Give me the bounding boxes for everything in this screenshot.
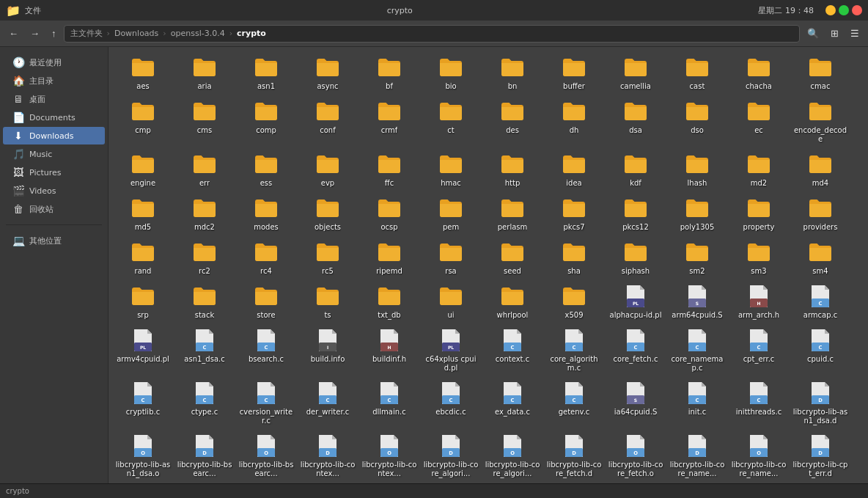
- sidebar-item-recent[interactable]: 🕐 最近使用: [3, 54, 105, 71]
- file-item[interactable]: O libcrypto-lib-asn1_dsa.o: [113, 430, 173, 481]
- file-item[interactable]: C core_namemap.c: [667, 324, 727, 376]
- forward-button[interactable]: →: [26, 26, 44, 41]
- file-item[interactable]: PL armv4cpuid.pl: [113, 324, 173, 376]
- sidebar-item-videos[interactable]: 🎬 Videos: [3, 182, 105, 199]
- file-item[interactable]: pkcs7: [544, 192, 604, 235]
- menu-button[interactable]: ☰: [846, 26, 864, 41]
- file-item[interactable]: stack: [174, 280, 235, 323]
- file-item[interactable]: rc4: [236, 236, 296, 279]
- file-item[interactable]: ui: [421, 280, 481, 323]
- file-item[interactable]: sm3: [729, 236, 789, 279]
- view-button[interactable]: ⊞: [826, 26, 843, 41]
- file-item[interactable]: C core_fetch.c: [606, 324, 666, 376]
- file-item[interactable]: rand: [113, 236, 173, 279]
- file-item[interactable]: ess: [236, 148, 296, 191]
- file-item[interactable]: C asn1_dsa.c: [174, 324, 235, 376]
- file-item[interactable]: whrlpool: [482, 280, 542, 323]
- file-item[interactable]: bn: [482, 51, 542, 94]
- file-item[interactable]: objects: [298, 192, 358, 235]
- file-item[interactable]: srp: [113, 280, 173, 323]
- file-item[interactable]: bf: [359, 51, 419, 94]
- file-item[interactable]: http: [482, 148, 542, 191]
- breadcrumb-openssl[interactable]: openssl-3.0.4: [171, 29, 225, 38]
- file-item[interactable]: S arm64cpuid.S: [667, 280, 727, 323]
- file-item[interactable]: pkcs12: [606, 192, 666, 235]
- file-item[interactable]: hmac: [421, 148, 481, 191]
- file-item[interactable]: md4: [790, 148, 850, 191]
- file-item[interactable]: dsa: [606, 95, 666, 147]
- window-controls[interactable]: [825, 5, 862, 15]
- file-item[interactable]: C cpuid.c: [790, 324, 850, 376]
- file-item[interactable]: D libcrypto-lib-asn1_dsa.d: [790, 377, 850, 428]
- file-item[interactable]: D libcrypto-lib-contex...: [298, 430, 358, 481]
- file-item[interactable]: bio: [421, 51, 481, 94]
- file-item[interactable]: H buildinf.h: [359, 324, 419, 376]
- up-button[interactable]: ↑: [47, 26, 61, 41]
- file-item[interactable]: siphash: [606, 236, 666, 279]
- file-item[interactable]: ts: [298, 280, 358, 323]
- file-item[interactable]: C core_algorithm.c: [544, 324, 604, 376]
- file-item[interactable]: err: [174, 148, 235, 191]
- file-item[interactable]: store: [236, 280, 296, 323]
- close-button[interactable]: [852, 5, 862, 15]
- file-item[interactable]: C getenv.c: [544, 377, 604, 428]
- file-item[interactable]: ripemd: [359, 236, 419, 279]
- file-item[interactable]: md5: [113, 192, 173, 235]
- file-item[interactable]: sm4: [790, 236, 850, 279]
- file-item[interactable]: perlasm: [482, 192, 542, 235]
- sidebar-item-other[interactable]: 💻 其他位置: [3, 232, 105, 249]
- file-item[interactable]: C ex_data.c: [482, 377, 542, 428]
- file-item[interactable]: x509: [544, 280, 604, 323]
- file-item[interactable]: seed: [482, 236, 542, 279]
- file-item[interactable]: S ia64cpuid.S: [606, 377, 666, 428]
- file-item[interactable]: I build.info: [298, 324, 358, 376]
- file-item[interactable]: conf: [298, 95, 358, 147]
- file-item[interactable]: camellia: [606, 51, 666, 94]
- file-item[interactable]: C ebcdic.c: [421, 377, 481, 428]
- sidebar-item-pictures[interactable]: 🖼 Pictures: [3, 164, 105, 181]
- file-item[interactable]: crmf: [359, 95, 419, 147]
- file-item[interactable]: C context.c: [482, 324, 542, 376]
- file-item[interactable]: D libcrypto-lib-core_name...: [667, 430, 727, 481]
- file-item[interactable]: C initthreads.c: [729, 377, 789, 428]
- file-item[interactable]: idea: [544, 148, 604, 191]
- file-item[interactable]: PL alphacpu-id.pl: [606, 280, 666, 323]
- file-item[interactable]: dso: [667, 95, 727, 147]
- file-item[interactable]: async: [298, 51, 358, 94]
- file-item[interactable]: C der_writer.c: [298, 377, 358, 428]
- file-item[interactable]: ocsp: [359, 192, 419, 235]
- file-item[interactable]: md2: [729, 148, 789, 191]
- file-item[interactable]: lhash: [667, 148, 727, 191]
- file-item[interactable]: ct: [421, 95, 481, 147]
- file-item[interactable]: engine: [113, 148, 173, 191]
- file-item[interactable]: C cryptlib.c: [113, 377, 173, 428]
- file-item[interactable]: asn1: [236, 51, 296, 94]
- sidebar-item-home[interactable]: 🏠 主目录: [3, 72, 105, 89]
- file-item[interactable]: sha: [544, 236, 604, 279]
- file-item[interactable]: C armcap.c: [790, 280, 850, 323]
- file-item[interactable]: aes: [113, 51, 173, 94]
- search-button[interactable]: 🔍: [803, 26, 823, 41]
- file-item[interactable]: sm2: [667, 236, 727, 279]
- file-item[interactable]: C dllmain.c: [359, 377, 419, 428]
- breadcrumb-downloads[interactable]: Downloads: [114, 29, 158, 38]
- file-area[interactable]: aes aria asn1 async bf bio bn buffer cam…: [108, 47, 868, 483]
- sidebar-item-music[interactable]: 🎵 Music: [3, 145, 105, 163]
- file-item[interactable]: H arm_arch.h: [729, 280, 789, 323]
- file-item[interactable]: cms: [174, 95, 235, 147]
- file-item[interactable]: poly1305: [667, 192, 727, 235]
- file-item[interactable]: encode_decode: [790, 95, 850, 147]
- file-item[interactable]: PL c64xplus cpuid.pl: [421, 324, 481, 376]
- file-item[interactable]: aria: [174, 51, 235, 94]
- sidebar-item-trash[interactable]: 🗑 回收站: [3, 200, 105, 218]
- file-item[interactable]: O libcrypto-lib-core_algori...: [482, 430, 542, 481]
- file-item[interactable]: evp: [298, 148, 358, 191]
- file-item[interactable]: D libcrypto-lib-bsearc...: [174, 430, 235, 481]
- file-item[interactable]: O libcrypto-lib-bsearc...: [236, 430, 296, 481]
- file-item[interactable]: C bsearch.c: [236, 324, 296, 376]
- file-item[interactable]: O libcrypto-lib-contex...: [359, 430, 419, 481]
- file-item[interactable]: C init.c: [667, 377, 727, 428]
- file-item[interactable]: ffc: [359, 148, 419, 191]
- file-item[interactable]: buffer: [544, 51, 604, 94]
- file-item[interactable]: cmac: [790, 51, 850, 94]
